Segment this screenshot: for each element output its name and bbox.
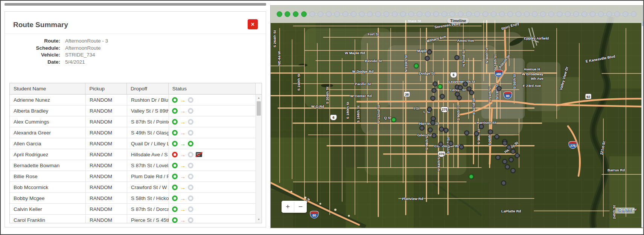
map-stop-marker[interactable] [427,107,432,112]
map-stop-marker[interactable] [497,86,502,91]
map-stop-marker[interactable] [496,155,501,160]
table-row[interactable]: Alberta BradleyRANDOMValley St / S 89th … [10,105,256,116]
map-stop-marker[interactable] [440,94,445,99]
timeline-stop[interactable] [524,11,530,17]
timeline-stop[interactable] [277,11,282,17]
timeline-stop[interactable] [614,11,620,17]
table-row[interactable]: April RodriguezRANDOMHillsdale Ave / S 4… [10,149,256,160]
timeline-stop[interactable] [326,11,332,17]
timeline-stop[interactable] [309,11,315,17]
timeline-stop[interactable] [474,11,480,17]
column-header-dropoff[interactable]: Dropoff [127,83,169,94]
map-stop-marker[interactable] [414,64,419,69]
table-row[interactable]: Alexandra GreerRANDOMS 49th St / Glasgow… [10,127,256,138]
timeline-stop[interactable] [334,11,340,17]
close-button[interactable]: × [248,19,258,29]
column-header-pickup[interactable]: Pickup [85,83,127,94]
timeline-stop[interactable] [442,11,447,17]
timeline-stop[interactable] [557,11,562,17]
timeline-stop[interactable] [491,11,496,17]
table-row[interactable]: Allen GarciaRANDOMQuail Dr / Lilley Ln→ [10,138,256,149]
timeline-stop[interactable] [516,11,521,17]
map-stop-marker[interactable] [433,82,438,87]
timeline-stop[interactable] [483,11,488,17]
map-stop-marker[interactable] [425,56,430,61]
timeline-stop[interactable] [318,11,323,17]
table-scrollbar[interactable]: ▲ ▼ [256,95,262,223]
scrollbar-thumb[interactable] [257,101,261,116]
map-stop-marker[interactable] [455,55,460,60]
map-stop-marker[interactable] [502,141,507,146]
map-stop-marker[interactable] [449,141,454,146]
timeline-stop[interactable] [507,11,513,17]
map-stop-marker[interactable] [509,157,514,162]
table-row[interactable]: Adrienne NunezRANDOMRushton Dr / Bluff S… [10,95,256,105]
timeline-stop[interactable] [301,11,307,17]
table-row[interactable]: Bob MccormickRANDOMCrawford St / W 27t..… [10,182,256,193]
timeline-stop[interactable] [582,11,587,17]
map-stop-marker[interactable] [502,159,507,164]
zoom-in-button[interactable]: + [282,201,294,213]
map-stop-marker[interactable] [463,82,468,87]
map-stop-marker[interactable] [511,149,516,154]
zoom-out-button[interactable]: − [294,201,307,213]
table-row[interactable]: Bernadette BowmanRANDOMS 87th St / Lovel… [10,160,256,171]
timeline-stop[interactable] [548,11,554,17]
timeline-stop[interactable] [351,11,356,17]
timeline-stop[interactable] [425,11,431,17]
timeline-stop[interactable] [433,11,439,17]
map-stop-marker[interactable] [469,174,474,179]
map-stop-marker[interactable] [515,153,520,158]
timeline-stop[interactable] [417,11,422,17]
timeline-stop[interactable] [565,11,571,17]
map-stop-marker[interactable] [488,130,493,134]
map-stop-marker[interactable] [459,145,464,150]
map-stop-marker[interactable] [479,124,484,129]
right-edge-scrollbar[interactable] [641,21,644,227]
timeline-stop[interactable] [590,11,595,17]
timeline-stop[interactable] [367,11,373,17]
timeline-stop[interactable] [285,11,290,17]
map-stop-marker[interactable] [438,84,443,89]
map-stop-marker[interactable] [428,128,433,133]
map-stop-marker[interactable] [432,88,437,93]
right-scrollbar-thumb[interactable] [642,21,644,26]
map-stop-marker[interactable] [391,118,396,122]
map-stop-marker[interactable] [432,133,437,138]
scroll-up-arrow[interactable]: ▲ [256,95,262,101]
timeline-stop[interactable] [343,11,348,17]
timeline-stop[interactable] [359,11,365,17]
timeline-stop[interactable] [458,11,463,17]
timeline-stop[interactable] [499,11,505,17]
column-header-status[interactable]: Status [169,83,256,94]
timeline-stop[interactable] [573,11,579,17]
map-stop-marker[interactable] [431,121,435,125]
table-row[interactable]: Carol FranklinRANDOMPierce St / S 45th S… [10,215,256,223]
timeline-stop[interactable] [408,11,414,17]
map-stop-marker[interactable] [464,131,469,136]
timeline-stop[interactable] [466,11,472,17]
panel-splitter-bar[interactable] [5,3,266,6]
map-stop-marker[interactable] [457,96,462,101]
table-row[interactable]: Bobby McgeeRANDOMS 58th St / Hickory St→ [10,193,256,204]
timeline-stop[interactable] [631,11,636,17]
table-row[interactable]: Calvin KellerRANDOMS 87th St / Dorcas St… [10,204,256,215]
timeline-stop[interactable] [598,11,604,17]
timeline-stop[interactable] [623,11,628,17]
timeline-stop[interactable] [449,11,455,17]
timeline-stop[interactable] [606,11,612,17]
timeline-stop[interactable] [392,11,397,17]
table-row[interactable]: Billie RoseRANDOMPlum Dale Rd / Park...→ [10,171,256,182]
timeline-stop[interactable] [375,11,381,17]
timeline-stop[interactable] [400,11,406,17]
timeline-stop[interactable] [384,11,389,17]
map-stop-marker[interactable] [511,168,516,173]
map-stop-marker[interactable] [507,145,512,150]
timeline-stop[interactable] [532,11,537,17]
table-row[interactable]: Alex CummingsRANDOMS 87th St / Pointe Bl… [10,116,256,127]
map-stop-marker[interactable] [420,126,425,131]
timeline-stop[interactable] [293,11,298,17]
map-stop-marker[interactable] [505,165,510,169]
map-stop-marker[interactable] [495,134,499,139]
map-stop-marker[interactable] [438,142,443,147]
